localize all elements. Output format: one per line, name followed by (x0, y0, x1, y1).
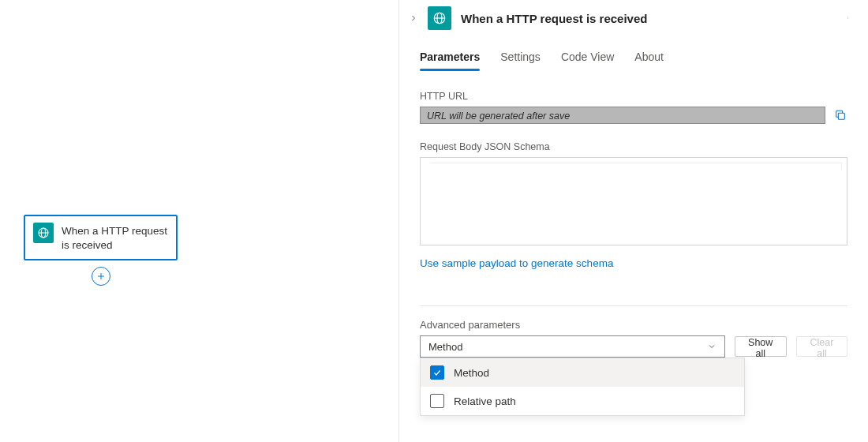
more-menu-icon[interactable] (841, 8, 857, 28)
option-method[interactable]: Method (421, 358, 744, 387)
schema-textarea[interactable] (420, 157, 847, 245)
svg-point-10 (847, 18, 848, 19)
http-globe-icon (428, 6, 451, 30)
option-label: Method (454, 367, 489, 379)
tab-settings[interactable]: Settings (500, 51, 541, 71)
svg-point-9 (847, 17, 848, 18)
checkbox-unchecked-icon (430, 394, 444, 408)
http-url-label: HTTP URL (420, 91, 847, 102)
copy-icon[interactable] (833, 108, 847, 122)
use-sample-payload-link[interactable]: Use sample payload to generate schema (420, 257, 613, 269)
svg-rect-11 (838, 113, 844, 119)
panel-header: When a HTTP request is received (399, 0, 868, 35)
schema-label: Request Body JSON Schema (420, 141, 847, 152)
option-label: Relative path (454, 395, 516, 407)
panel-title: When a HTTP request is received (458, 12, 835, 25)
node-title: When a HTTP request is received (62, 223, 168, 253)
show-all-button[interactable]: Show all (735, 336, 787, 357)
tab-about[interactable]: About (634, 51, 664, 71)
chevron-down-icon (707, 342, 716, 351)
http-url-field: URL will be generated after save (420, 107, 825, 124)
advanced-parameters-dropdown: Method Relative path (420, 358, 745, 416)
clear-all-button: Clear all (796, 336, 847, 357)
option-relative-path[interactable]: Relative path (421, 387, 744, 415)
advanced-parameters-select[interactable]: Method Method Relative path (420, 335, 725, 358)
advanced-select-value: Method (428, 341, 462, 353)
workflow-trigger-node[interactable]: When a HTTP request is received (24, 215, 178, 260)
tab-parameters[interactable]: Parameters (420, 51, 480, 71)
details-panel: When a HTTP request is received Paramete… (398, 0, 868, 442)
divider (420, 305, 847, 306)
tabs: Parameters Settings Code View About (399, 35, 868, 72)
tab-code-view[interactable]: Code View (561, 51, 614, 71)
chevron-right-icon[interactable] (406, 10, 421, 26)
advanced-parameters-label: Advanced parameters (420, 319, 847, 331)
http-globe-icon (33, 223, 54, 243)
canvas: When a HTTP request is received (0, 0, 398, 442)
panel-body: HTTP URL URL will be generated after sav… (399, 72, 868, 442)
svg-point-8 (847, 17, 848, 17)
add-step-button[interactable] (92, 267, 110, 286)
checkbox-checked-icon (430, 365, 444, 380)
